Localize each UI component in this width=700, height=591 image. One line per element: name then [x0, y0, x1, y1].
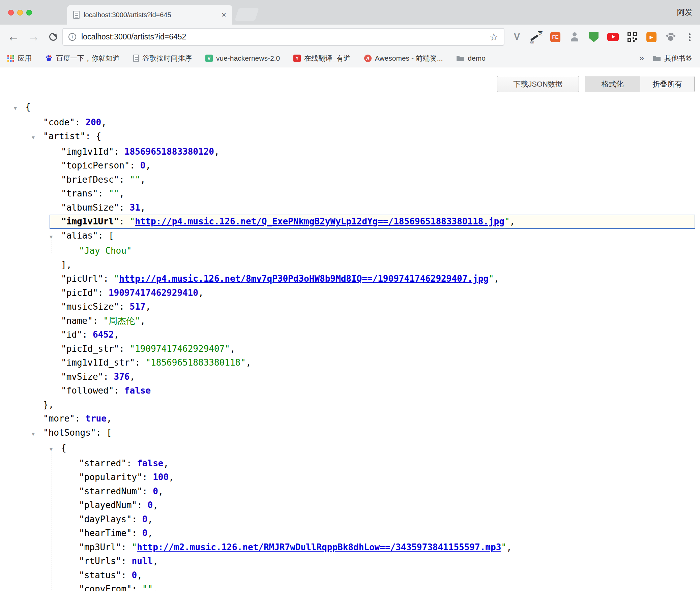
reload-icon[interactable] [49, 33, 57, 41]
player-extension-icon[interactable]: ▶ [646, 31, 657, 43]
other-bookmarks-label: 其他书签 [664, 54, 693, 63]
json-line: "popularity": 100, [0, 470, 700, 485]
collapse-toggle-icon[interactable]: ▼ [32, 131, 43, 145]
json-line: "more": true, [0, 412, 700, 426]
json-line: "id": 6452, [0, 328, 700, 342]
json-key: "picId_str" [61, 344, 119, 354]
json-punctuation: , [198, 288, 204, 298]
json-tree: ▼{"code": 200,▼"artist": {"img1v1Id": 18… [0, 100, 700, 591]
collapse-toggle-icon[interactable]: ▼ [50, 230, 61, 244]
json-value-number: 200 [85, 117, 101, 127]
json-line: ▼"alias": [ [0, 229, 700, 244]
json-value-string: "18569651883380118" [145, 357, 245, 368]
youdao-icon: Y [293, 55, 301, 62]
forward-icon[interactable]: → [28, 29, 40, 45]
address-bar[interactable]: localhost:3000/artists?id=6452 ☆ [62, 28, 504, 46]
vimium-extension-icon[interactable]: V [511, 31, 523, 43]
json-value-boolean: false [137, 458, 163, 468]
json-punctuation: : [98, 288, 109, 298]
collapse-toggle-icon[interactable]: ▼ [32, 427, 43, 441]
json-key: "name" [61, 316, 93, 326]
bookmark-label: 在线翻译_有道 [304, 54, 351, 63]
json-value-number: 0 [142, 514, 148, 524]
json-value-link[interactable]: http://m2.music.126.net/RMJR7wDullRqppBk… [137, 542, 501, 552]
json-line: ▼"hotSongs": [ [0, 426, 700, 441]
profile-name[interactable]: 阿发 [677, 0, 693, 25]
play-icon: ▶ [646, 32, 657, 42]
baidu-paw-icon [45, 55, 53, 62]
bookmark-item-youdao[interactable]: Y 在线翻译_有道 [293, 54, 351, 63]
apps-shortcut[interactable]: 应用 [7, 54, 32, 63]
json-key: "picId" [61, 288, 98, 298]
json-line: "rtUrls": null, [0, 554, 700, 568]
browser-menu-icon[interactable] [689, 33, 691, 35]
bookmarks-overflow-icon[interactable]: » [639, 53, 644, 63]
json-value-string: "Jay Chou" [79, 246, 132, 256]
vue-icon: V [205, 55, 213, 62]
qrcode-extension-icon[interactable] [626, 31, 638, 43]
browser-tab[interactable]: localhost:3000/artists?id=645 × [67, 5, 232, 25]
bookmark-item-awesomes[interactable]: A Awesomes - 前端资... [364, 54, 443, 63]
json-punctuation: : [132, 584, 142, 591]
json-punctuation: : { [85, 131, 101, 141]
collapse-toggle-icon[interactable]: ▼ [14, 101, 25, 116]
json-punctuation: , [169, 472, 174, 482]
other-bookmarks[interactable]: 其他书签 [653, 54, 693, 63]
bookmark-star-icon[interactable]: ☆ [489, 32, 498, 42]
bookmark-label: 谷歌按时间排序 [142, 54, 192, 63]
window-controls [8, 10, 32, 15]
json-value-number: 0 [153, 486, 158, 496]
json-punctuation: : [114, 385, 124, 396]
back-icon[interactable]: ← [7, 29, 20, 45]
fehelper-extension-icon[interactable]: FE [550, 31, 561, 43]
shield-extension-icon[interactable] [588, 31, 600, 43]
translate-extension-icon[interactable]: 英 en [530, 31, 542, 43]
json-punctuation: : [75, 413, 85, 424]
json-punctuation: : [103, 372, 114, 382]
new-tab-button[interactable] [235, 8, 259, 21]
collapse-toggle-icon[interactable]: ▼ [50, 442, 61, 457]
json-key: "popularity" [79, 472, 142, 482]
paw-extension-icon[interactable] [665, 31, 676, 43]
close-window-button[interactable] [8, 10, 14, 15]
json-punctuation: { [61, 443, 66, 453]
apps-label: 应用 [18, 54, 32, 63]
json-punctuation: : [119, 344, 129, 354]
extensions-area: V 英 en FE [511, 25, 676, 49]
json-line: "code": 200, [0, 116, 700, 130]
json-key: "img1v1Url" [61, 216, 119, 226]
json-value-link[interactable]: http://p4.music.126.net/Q_ExePNkmgB2yWyL… [135, 216, 504, 226]
json-punctuation: : [142, 486, 153, 496]
json-line: "starred": false, [0, 457, 700, 471]
json-value-link[interactable]: http://p4.music.126.net/8mv7qP30Pd3oHW8b… [119, 274, 489, 284]
json-punctuation: , [137, 570, 142, 580]
account-extension-icon[interactable] [569, 31, 580, 43]
minimize-window-button[interactable] [17, 10, 23, 15]
json-value-string: "" [130, 175, 140, 185]
zoom-window-button[interactable] [26, 10, 32, 15]
json-punctuation: { [25, 102, 31, 112]
json-value-string: "" [142, 584, 153, 591]
bookmark-item-demo[interactable]: demo [456, 54, 486, 62]
download-json-button[interactable]: 下载JSON数据 [497, 76, 579, 92]
json-line: "starredNum": 0, [0, 485, 700, 499]
bookmark-item-google-sort[interactable]: 谷歌按时间排序 [133, 54, 192, 63]
json-line: "musicSize": 517, [0, 300, 700, 314]
tab-strip: localhost:3000/artists?id=645 × 阿发 [0, 0, 700, 25]
json-value-number: 376 [114, 372, 130, 382]
json-punctuation: , [510, 216, 515, 226]
tab-close-icon[interactable]: × [222, 11, 226, 19]
format-button[interactable]: 格式化 [585, 76, 640, 92]
collapse-all-button[interactable]: 折叠所有 [640, 76, 694, 92]
json-punctuation: : [75, 117, 85, 127]
json-key: "musicSize" [61, 302, 119, 312]
page-info-icon[interactable] [68, 33, 76, 41]
json-value-null: null [132, 556, 153, 566]
bookmark-item-baidu[interactable]: 百度一下，你就知道 [45, 54, 120, 63]
bookmark-item-vue-hackernews[interactable]: V vue-hackernews-2.0 [205, 54, 280, 62]
page-content: 下载JSON数据 格式化 折叠所有 ▼{"code": 200,▼"artist… [0, 67, 700, 591]
youtube-extension-icon[interactable] [607, 31, 619, 43]
json-punctuation: : [119, 302, 129, 312]
json-punctuation: , [145, 160, 151, 170]
view-mode-toggle: 格式化 折叠所有 [585, 76, 695, 92]
